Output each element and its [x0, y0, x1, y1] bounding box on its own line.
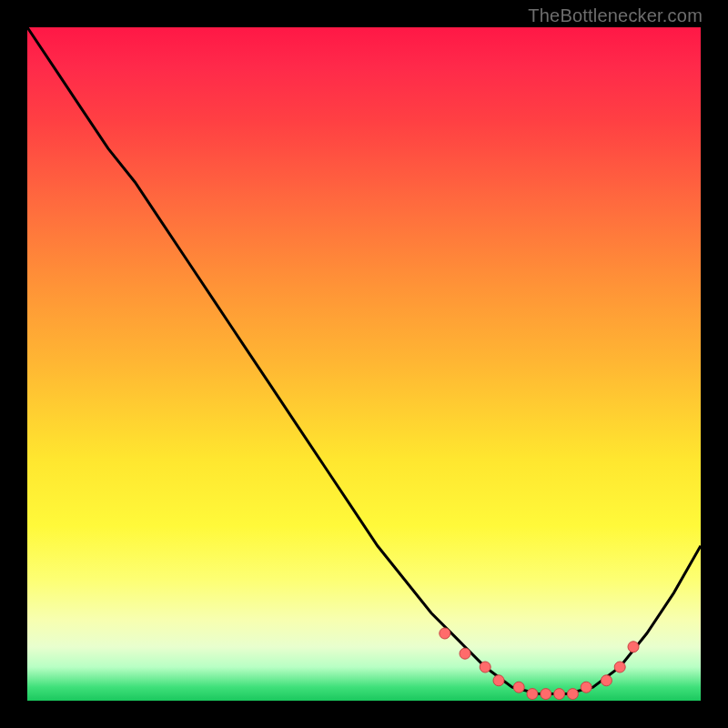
trough-marker [628, 642, 639, 652]
trough-marker [601, 675, 612, 686]
curve-layer [27, 27, 701, 701]
trough-marker [493, 675, 504, 686]
attribution-label: TheBottlenecker.com [528, 5, 703, 26]
chart-frame: TheBottlenecker.com [0, 0, 728, 728]
trough-marker [567, 689, 578, 700]
trough-markers [440, 628, 639, 700]
trough-marker [513, 682, 524, 693]
trough-marker [581, 682, 592, 693]
trough-marker [541, 689, 551, 700]
trough-marker [480, 662, 490, 672]
trough-marker [554, 689, 565, 700]
trough-marker [440, 628, 450, 639]
trough-marker [614, 662, 625, 672]
bottleneck-curve [27, 27, 701, 694]
plot-area [27, 27, 701, 701]
trough-marker [460, 648, 470, 659]
trough-marker [527, 689, 538, 700]
